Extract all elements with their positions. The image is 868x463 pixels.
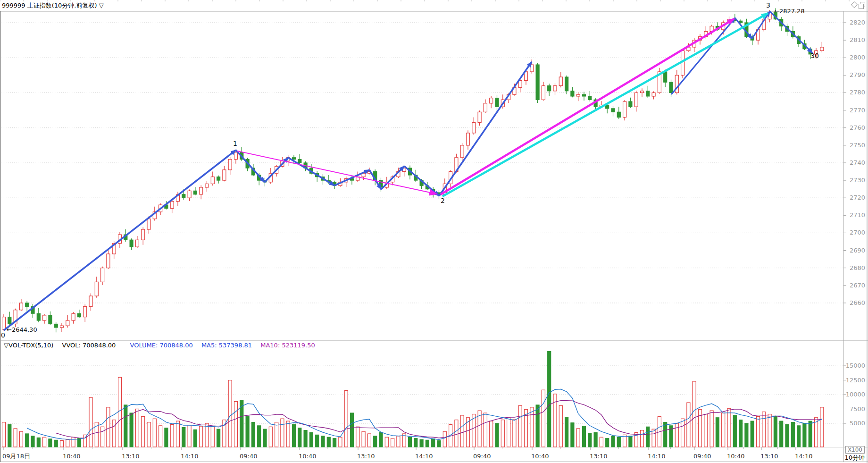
- price-axis-label: 2810: [850, 36, 865, 43]
- volume-bar: [130, 413, 133, 447]
- price-axis-label: 2720: [850, 194, 865, 201]
- volume-bar: [182, 428, 185, 447]
- volume-bar: [426, 440, 429, 447]
- volume-bar: [606, 438, 609, 447]
- volume-bar: [437, 441, 441, 447]
- candle: [19, 303, 23, 310]
- volume-bar: [687, 403, 690, 447]
- volume-bar: [374, 436, 377, 447]
- candle: [629, 101, 632, 107]
- candle: [542, 86, 545, 100]
- volume-axis-label: 12500: [846, 377, 865, 384]
- zigzag-segment: [288, 158, 334, 185]
- volume-bar: [716, 418, 719, 447]
- price-axis-label: 2670: [850, 282, 865, 289]
- candle: [530, 65, 534, 72]
- candle: [553, 86, 557, 91]
- volume-bar: [31, 436, 34, 447]
- volume-unit-badge: X100: [845, 446, 865, 454]
- candle: [147, 219, 150, 229]
- candle: [72, 313, 75, 320]
- candle: [205, 184, 209, 187]
- volume-bar: [548, 352, 551, 447]
- volume-bar: [397, 436, 400, 447]
- volume-indicator-name[interactable]: ▽VOL-TDX(5,10): [4, 342, 53, 349]
- candle: [565, 77, 568, 91]
- volume-bar: [251, 422, 255, 447]
- volume-bar: [681, 419, 684, 447]
- pivot-label-0: 0: [1, 331, 5, 339]
- chart-canvas[interactable]: 2820281028002790278027702760275027402730…: [0, 0, 868, 463]
- volume-bar: [820, 407, 824, 447]
- zigzag-segment: [236, 150, 265, 182]
- volume-bar: [490, 421, 493, 447]
- volume-bar: [809, 421, 812, 447]
- volume-bar: [298, 428, 301, 447]
- copy-window-icon[interactable]: [860, 2, 865, 7]
- time-axis-label: 13:10: [760, 453, 778, 460]
- volume-bar: [641, 430, 644, 447]
- volume-bar: [327, 437, 330, 447]
- time-axis-label: 14:10: [648, 453, 665, 460]
- volume-bar: [559, 405, 562, 447]
- volume-bar: [727, 408, 731, 447]
- volume-bar: [211, 427, 214, 447]
- volume-bar: [217, 429, 220, 447]
- volume-bar: [304, 430, 307, 447]
- candle: [472, 123, 476, 133]
- volume-bar: [693, 381, 696, 447]
- volume-bar: [588, 433, 592, 447]
- price-axis-label: 2680: [850, 264, 865, 271]
- volume-bar: [37, 438, 40, 447]
- candle: [193, 191, 197, 194]
- candle: [142, 229, 145, 240]
- volume-bar: [780, 421, 783, 447]
- candle: [490, 98, 493, 103]
- price-axis-label: 2740: [850, 159, 865, 166]
- volume-bar: [54, 440, 58, 447]
- volume-bar: [367, 434, 371, 447]
- zigzag-segment: [404, 166, 439, 196]
- candle: [292, 158, 296, 160]
- candle: [495, 98, 499, 107]
- candle: [182, 194, 185, 198]
- candle: [66, 320, 69, 326]
- period-label[interactable]: 10分钟: [844, 454, 865, 462]
- volume-axis-label: 10000: [846, 391, 865, 398]
- pivot-label-1: 1: [233, 140, 237, 147]
- volume-bar: [484, 413, 487, 447]
- volume-bar: [495, 423, 499, 447]
- volume-bar: [72, 437, 75, 447]
- volume-bar: [774, 416, 777, 447]
- window-title: 999999 上证指数(10分钟.前复权) ▽: [2, 1, 104, 10]
- volume-bar: [147, 422, 150, 447]
- volume-bar: [460, 415, 464, 447]
- corner-icons: [852, 2, 865, 7]
- volume-bar: [316, 435, 319, 447]
- candle: [101, 268, 104, 282]
- candle: [217, 177, 220, 180]
- time-axis-label: 09月18日: [2, 453, 30, 460]
- volume-bar: [344, 390, 348, 447]
- candle: [646, 91, 650, 96]
- candle: [583, 94, 586, 96]
- price-axis-label: 2770: [850, 107, 865, 114]
- diamond-icon[interactable]: [851, 1, 858, 8]
- volume-bar: [675, 423, 678, 447]
- volume-bar: [420, 439, 423, 447]
- volume-bar: [600, 437, 603, 447]
- volume-bar: [43, 437, 46, 447]
- volume-bar: [576, 429, 580, 447]
- volume-bar: [269, 427, 272, 447]
- candle: [588, 96, 592, 100]
- volume-bar: [518, 405, 522, 447]
- volume-bar: [246, 416, 249, 447]
- volume-bar: [757, 416, 760, 447]
- volume-bar: [785, 424, 789, 447]
- candle: [130, 240, 133, 247]
- volume-bar: [501, 420, 504, 447]
- pivot-label-30: 30: [810, 52, 819, 59]
- volume-bar: [286, 421, 290, 447]
- candle: [200, 187, 203, 194]
- high-callout: ←2827.28: [774, 8, 805, 15]
